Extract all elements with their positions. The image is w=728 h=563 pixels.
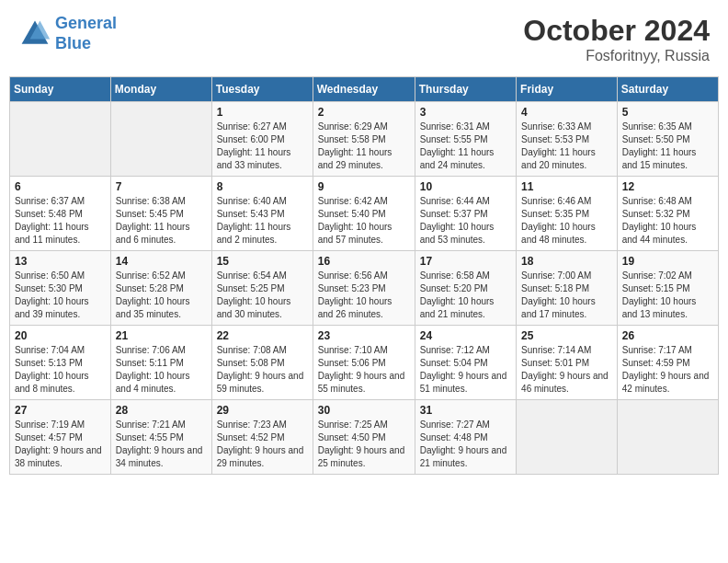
day-info: Sunrise: 7:17 AM Sunset: 4:59 PM Dayligh…: [622, 344, 713, 396]
sunset-text: Sunset: 5:40 PM: [318, 209, 386, 219]
calendar-cell: 24 Sunrise: 7:12 AM Sunset: 5:04 PM Dayl…: [415, 326, 516, 400]
day-info: Sunrise: 6:48 AM Sunset: 5:32 PM Dayligh…: [622, 195, 713, 247]
weekday-header: Thursday: [415, 77, 516, 102]
day-number: 18: [521, 255, 612, 268]
daylight-text: Daylight: 10 hours and 53 minutes.: [420, 222, 495, 245]
day-number: 16: [318, 255, 410, 268]
sunrise-text: Sunrise: 6:31 AM: [420, 121, 490, 132]
day-info: Sunrise: 6:54 AM Sunset: 5:25 PM Dayligh…: [217, 270, 308, 321]
day-number: 21: [116, 329, 207, 342]
calendar-cell: [617, 400, 718, 475]
location-subtitle: Fosforitnyy, Russia: [523, 48, 710, 64]
calendar-cell: 14 Sunrise: 6:52 AM Sunset: 5:28 PM Dayl…: [110, 251, 211, 326]
day-number: 15: [217, 255, 308, 268]
calendar-cell: 7 Sunrise: 6:38 AM Sunset: 5:45 PM Dayli…: [110, 177, 211, 251]
day-info: Sunrise: 7:14 AM Sunset: 5:01 PM Dayligh…: [521, 344, 612, 396]
day-number: 23: [318, 329, 410, 342]
sunrise-text: Sunrise: 6:54 AM: [217, 270, 287, 281]
calendar-cell: [110, 102, 211, 177]
weekday-header: Sunday: [10, 77, 111, 102]
day-number: 7: [116, 180, 207, 193]
day-info: Sunrise: 6:52 AM Sunset: 5:28 PM Dayligh…: [116, 270, 207, 321]
sunrise-text: Sunrise: 6:29 AM: [318, 121, 388, 132]
day-number: 5: [622, 106, 713, 119]
daylight-text: Daylight: 10 hours and 35 minutes.: [116, 296, 190, 319]
day-info: Sunrise: 7:08 AM Sunset: 5:08 PM Dayligh…: [217, 344, 308, 396]
weekday-header: Wednesday: [313, 77, 415, 102]
calendar-body: 1 Sunrise: 6:27 AM Sunset: 6:00 PM Dayli…: [10, 102, 719, 475]
sunset-text: Sunset: 4:52 PM: [217, 432, 285, 442]
sunrise-text: Sunrise: 7:04 AM: [15, 345, 85, 355]
calendar-cell: [517, 400, 618, 475]
day-number: 3: [420, 106, 511, 119]
day-info: Sunrise: 6:46 AM Sunset: 5:35 PM Dayligh…: [521, 195, 612, 247]
calendar-cell: 6 Sunrise: 6:37 AM Sunset: 5:48 PM Dayli…: [10, 177, 111, 251]
sunrise-text: Sunrise: 7:00 AM: [521, 270, 591, 281]
day-info: Sunrise: 7:19 AM Sunset: 4:57 PM Dayligh…: [15, 419, 106, 470]
sunrise-text: Sunrise: 6:33 AM: [521, 121, 591, 132]
sunset-text: Sunset: 5:50 PM: [622, 134, 690, 144]
daylight-text: Daylight: 10 hours and 26 minutes.: [318, 296, 392, 319]
sunrise-text: Sunrise: 6:44 AM: [420, 196, 490, 206]
sunset-text: Sunset: 5:37 PM: [420, 209, 488, 219]
sunset-text: Sunset: 4:55 PM: [116, 432, 184, 442]
sunrise-text: Sunrise: 7:25 AM: [318, 419, 388, 430]
sunrise-text: Sunrise: 7:08 AM: [217, 345, 287, 355]
day-number: 17: [420, 255, 511, 268]
logo-line2: Blue: [55, 34, 91, 52]
sunrise-text: Sunrise: 7:14 AM: [521, 345, 591, 355]
daylight-text: Daylight: 10 hours and 8 minutes.: [15, 371, 89, 394]
day-number: 27: [15, 404, 106, 417]
calendar-cell: 16 Sunrise: 6:56 AM Sunset: 5:23 PM Dayl…: [313, 251, 415, 326]
daylight-text: Daylight: 11 hours and 20 minutes.: [521, 147, 596, 170]
calendar-cell: 11 Sunrise: 6:46 AM Sunset: 5:35 PM Dayl…: [517, 177, 618, 251]
sunrise-text: Sunrise: 6:42 AM: [318, 196, 388, 206]
sunset-text: Sunset: 5:20 PM: [420, 283, 488, 293]
day-info: Sunrise: 7:25 AM Sunset: 4:50 PM Dayligh…: [318, 419, 410, 470]
sunrise-text: Sunrise: 6:58 AM: [420, 270, 490, 281]
weekday-row: SundayMondayTuesdayWednesdayThursdayFrid…: [10, 77, 719, 102]
day-info: Sunrise: 7:04 AM Sunset: 5:13 PM Dayligh…: [15, 344, 106, 396]
day-info: Sunrise: 7:12 AM Sunset: 5:04 PM Dayligh…: [420, 344, 511, 396]
weekday-header: Tuesday: [211, 77, 313, 102]
daylight-text: Daylight: 9 hours and 59 minutes.: [217, 371, 304, 394]
sunrise-text: Sunrise: 7:19 AM: [15, 419, 85, 430]
logo-icon: [18, 17, 51, 51]
daylight-text: Daylight: 9 hours and 51 minutes.: [420, 371, 507, 394]
sunrise-text: Sunrise: 6:35 AM: [622, 121, 692, 132]
calendar-cell: 9 Sunrise: 6:42 AM Sunset: 5:40 PM Dayli…: [313, 177, 415, 251]
sunset-text: Sunset: 5:01 PM: [521, 358, 589, 368]
calendar-cell: 26 Sunrise: 7:17 AM Sunset: 4:59 PM Dayl…: [617, 326, 718, 400]
day-number: 4: [521, 106, 612, 119]
day-number: 2: [318, 106, 410, 119]
sunset-text: Sunset: 5:58 PM: [318, 134, 386, 144]
daylight-text: Daylight: 10 hours and 39 minutes.: [15, 296, 89, 319]
sunrise-text: Sunrise: 7:27 AM: [420, 419, 490, 430]
weekday-header: Monday: [110, 77, 211, 102]
day-info: Sunrise: 6:33 AM Sunset: 5:53 PM Dayligh…: [521, 121, 612, 172]
sunset-text: Sunset: 5:43 PM: [217, 209, 285, 219]
calendar-week-row: 20 Sunrise: 7:04 AM Sunset: 5:13 PM Dayl…: [10, 326, 719, 400]
calendar-cell: 5 Sunrise: 6:35 AM Sunset: 5:50 PM Dayli…: [617, 102, 718, 177]
day-number: 6: [15, 180, 106, 193]
sunset-text: Sunset: 5:13 PM: [15, 358, 83, 368]
sunset-text: Sunset: 5:23 PM: [318, 283, 386, 293]
daylight-text: Daylight: 9 hours and 46 minutes.: [521, 371, 609, 394]
title-block: October 2024 Fosforitnyy, Russia: [523, 14, 710, 64]
daylight-text: Daylight: 9 hours and 42 minutes.: [622, 371, 710, 394]
day-number: 29: [217, 404, 308, 417]
calendar-cell: 25 Sunrise: 7:14 AM Sunset: 5:01 PM Dayl…: [517, 326, 618, 400]
day-number: 1: [217, 106, 308, 119]
day-info: Sunrise: 6:29 AM Sunset: 5:58 PM Dayligh…: [318, 121, 410, 172]
sunset-text: Sunset: 5:11 PM: [116, 358, 184, 368]
day-info: Sunrise: 6:56 AM Sunset: 5:23 PM Dayligh…: [318, 270, 410, 321]
calendar-cell: 3 Sunrise: 6:31 AM Sunset: 5:55 PM Dayli…: [415, 102, 516, 177]
sunrise-text: Sunrise: 6:46 AM: [521, 196, 591, 206]
day-info: Sunrise: 6:35 AM Sunset: 5:50 PM Dayligh…: [622, 121, 713, 172]
daylight-text: Daylight: 9 hours and 34 minutes.: [116, 445, 203, 468]
daylight-text: Daylight: 11 hours and 11 minutes.: [15, 222, 89, 245]
sunrise-text: Sunrise: 6:40 AM: [217, 196, 287, 206]
sunrise-text: Sunrise: 6:37 AM: [15, 196, 85, 206]
calendar-week-row: 13 Sunrise: 6:50 AM Sunset: 5:30 PM Dayl…: [10, 251, 719, 326]
sunset-text: Sunset: 5:25 PM: [217, 283, 285, 293]
